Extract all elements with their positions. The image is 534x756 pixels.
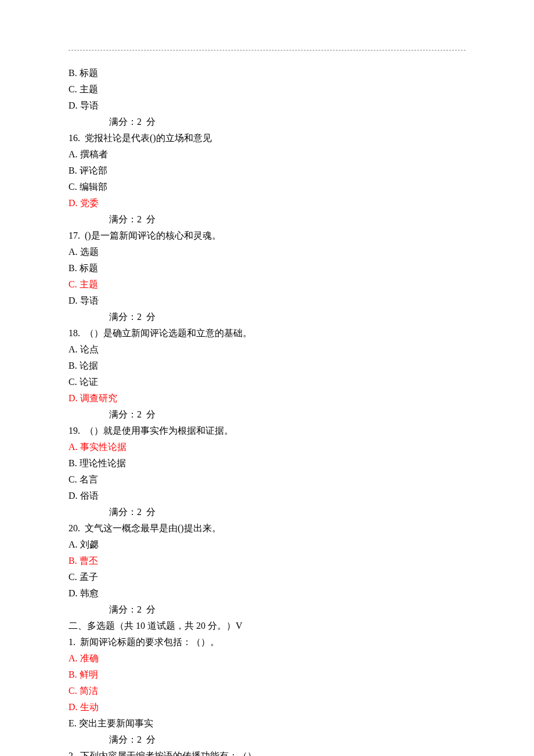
question-number: 19. [68,423,80,439]
option-label: A. [68,653,78,663]
option: C. 论证 [68,374,466,390]
option-text: 标题 [80,263,98,273]
option-text: 选题 [80,247,99,257]
option-label: D. [68,702,78,712]
option: B. 评论部 [68,163,466,179]
option-text: 韩愈 [80,588,99,598]
option-text: 论据 [80,361,98,370]
option-text: 生动 [80,702,99,712]
option-label: C. [68,182,77,192]
question-stem: 19. （）就是使用事实作为根据和证据。 [68,423,466,439]
option: D. 俗语 [68,488,466,504]
option-label: B. [68,361,77,370]
option-text: 主题 [80,84,98,94]
option-text: 评论部 [80,165,107,175]
question-text: 下列内容属于编者按语的传播功能有：（）。 [75,751,266,756]
question-stem: 16. 党报社论是代表()的立场和意见 [68,130,466,146]
question-number: 2. [68,748,75,756]
option: C. 孟子 [68,569,466,585]
question-stem: 20. 文气这一概念最早是由()提出来。 [68,520,466,537]
option-label: A. [68,539,78,549]
option-text: 准确 [80,653,99,663]
option: D. 生动 [68,699,466,715]
option-text: 名言 [80,474,98,484]
option-text: 理论性论据 [80,458,126,468]
option-label: B. [68,458,77,468]
option-label: D. [68,393,78,403]
option: B. 鲜明 [68,667,466,683]
option-label: B. [68,165,77,175]
question-text: （）是确立新闻评论选题和立意的基础。 [80,328,252,338]
question-stem: 18. （）是确立新闻评论选题和立意的基础。 [68,325,466,341]
option: A. 论点 [68,341,466,358]
option-text: 事实性论据 [80,442,127,452]
option-label: C. [68,279,77,289]
option-label: B. [68,263,77,273]
section-header: 二、多选题（共 10 道试题，共 20 分。）V [68,618,466,634]
option-label: D. [68,100,78,110]
question-text: 新闻评论标题的要求包括：（）。 [75,637,219,647]
score-line: 满分：2 分 [68,602,466,618]
option-text: 简洁 [80,686,98,696]
option-label: C. [68,377,77,387]
option-label: E. [68,718,77,728]
option-label: D. [68,296,78,305]
option-label: D. [68,588,78,598]
option-text: 导语 [80,100,99,110]
option: A. 事实性论据 [68,439,466,455]
question-text: ()是一篇新闻评论的核心和灵魂。 [80,231,221,240]
option-text: 党委 [80,198,99,208]
page-top-divider [68,50,466,51]
option: E. 突出主要新闻事实 [68,715,466,732]
option: D. 导语 [68,98,466,114]
option: A. 选题 [68,244,466,260]
question-text: 文气这一概念最早是由()提出来。 [80,523,221,533]
question-stem: 1. 新闻评论标题的要求包括：（）。 [68,634,466,650]
score-line: 满分：2 分 [68,114,466,130]
question-number: 1. [68,634,75,650]
question-stem: 17. ()是一篇新闻评论的核心和灵魂。 [68,228,466,244]
question-number: 17. [68,228,80,244]
option-label: C. [68,572,77,582]
option: C. 主题 [68,276,466,293]
option: D. 调查研究 [68,390,466,406]
option-text: 突出主要新闻事实 [79,718,153,728]
option-label: D. [68,198,78,208]
option-label: B. [68,669,77,679]
option: B. 曹丕 [68,553,466,569]
score-line: 满分：2 分 [68,406,466,423]
option-text: 论点 [80,344,99,354]
option-label: A. [68,344,78,354]
score-line: 满分：2 分 [68,211,466,228]
score-line: 满分：2 分 [68,732,466,748]
option-text: 主题 [80,279,98,289]
option: D. 党委 [68,195,466,211]
option: D. 导语 [68,293,466,309]
score-line: 满分：2 分 [68,309,466,325]
option-label: B. [68,556,77,566]
option-text: 论证 [80,377,98,387]
option-text: 调查研究 [80,393,117,403]
option-text: 标题 [80,68,98,78]
option: D. 韩愈 [68,585,466,602]
option: C. 编辑部 [68,179,466,195]
option-text: 鲜明 [80,669,98,679]
question-number: 18. [68,325,80,341]
question-text: 党报社论是代表()的立场和意见 [80,133,212,143]
option-label: D. [68,491,78,501]
option-label: A. [68,149,78,159]
question-number: 20. [68,520,80,537]
option-text: 俗语 [80,491,99,501]
option-text: 导语 [80,296,99,305]
option: A. 准确 [68,650,466,667]
option-label: C. [68,474,77,484]
option-label: A. [68,442,78,452]
option-label: C. [68,84,77,94]
option: B. 理论性论据 [68,455,466,471]
score-line: 满分：2 分 [68,504,466,520]
option-label: B. [68,68,77,78]
option-label: A. [68,247,78,257]
question-number: 16. [68,130,80,146]
option-text: 刘勰 [80,539,99,549]
option-text: 曹丕 [80,556,98,566]
